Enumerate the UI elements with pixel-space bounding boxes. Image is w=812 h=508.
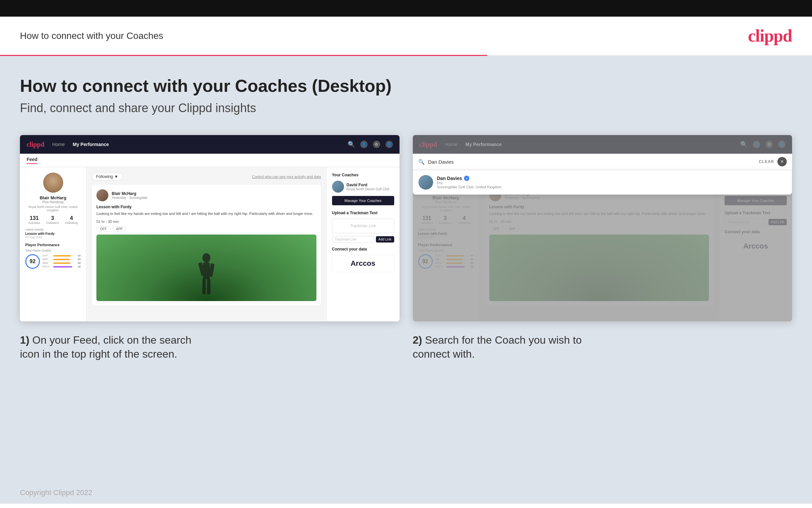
app-left-panel-1: Blair McHarg Plus Handicap Royal North D… [20, 167, 86, 321]
coaches-title-1: Your Coaches [332, 173, 394, 177]
page-subheading: Find, connect and share your Clippd insi… [20, 101, 792, 115]
post-name-1: Blair McHarg [112, 191, 148, 196]
app-navbar-icons-1: 🔍 👤 ⚙ 👤 [348, 141, 393, 148]
screenshot-2-col: clippd Home My Performance 🔍 👤 ⚙ 👤 Feed [413, 135, 793, 361]
app-mid-panel-1: Following ▼ Control who can see your act… [86, 167, 326, 321]
search-clear-btn[interactable]: CLEAR [759, 159, 774, 164]
control-link-1[interactable]: Control who can see your activity and da… [252, 175, 321, 179]
search-close-btn[interactable]: × [777, 157, 787, 166]
svg-rect-4 [202, 279, 206, 294]
app-right-panel-1: Your Coaches David Ford Royal North Devo… [326, 167, 399, 321]
following-row-1: Following ▼ Control who can see your act… [92, 173, 321, 181]
top-bar [0, 0, 812, 17]
trackman-field-1[interactable]: Trackman Link [332, 236, 374, 243]
step-1-label: 1) On your Feed, click on the searchicon… [20, 333, 399, 361]
app-nav-home-1[interactable]: Home [52, 142, 64, 147]
coach-avatar-1 [332, 181, 344, 193]
profile-icon-1[interactable]: 👤 [360, 141, 368, 148]
stat-activities-1: 131 Activities [28, 215, 40, 224]
user-avatar-1 [43, 173, 63, 193]
bar-arg-1: ARG 86 [43, 261, 81, 264]
screenshots-row: clippd Home My Performance 🔍 👤 ⚙ 👤 Feed [20, 135, 792, 361]
screenshot-2-frame: clippd Home My Performance 🔍 👤 ⚙ 👤 Feed [413, 135, 793, 322]
trackman-placeholder-1: Trackman Link [332, 219, 394, 233]
page-heading: How to connect with your Coaches (Deskto… [20, 76, 792, 96]
arccos-logo-1: Arccos [332, 255, 394, 272]
post-avatar-1 [96, 189, 108, 201]
following-button-1[interactable]: Following ▼ [92, 173, 123, 181]
post-meta-1: Yesterday · Sunningdale [112, 196, 148, 200]
manage-coaches-btn-1[interactable]: Manage Your Coaches [332, 196, 394, 205]
post-tags-1: OFF APP [96, 226, 317, 232]
connect-section-1: Arccos [332, 255, 394, 272]
search-result-avatar [419, 175, 433, 189]
search-bar-area: 🔍 Dan Davies CLEAR × Dan [413, 154, 793, 195]
post-text-1: Looking to feel like my hands are exitin… [96, 211, 317, 216]
username-1: Blair McHarg [25, 195, 81, 200]
verified-badge: ✓ [464, 176, 469, 181]
post-card-1: Blair McHarg Yesterday · Sunningdale Les… [92, 185, 321, 306]
feed-tab-1: Feed [20, 154, 399, 167]
club-1: Royal North Devon Golf Club, United King… [25, 205, 81, 212]
app-navbar-1: clippd Home My Performance 🔍 👤 ⚙ 👤 [20, 135, 399, 154]
main-content: How to connect with your Coaches (Deskto… [0, 56, 812, 482]
header: How to connect with your Coaches clippd [0, 17, 812, 55]
trackman-row-1: Trackman Link Add Link [332, 236, 394, 243]
app-nav-performance-1[interactable]: My Performance [73, 142, 109, 147]
quality-score-1: 92 [25, 254, 40, 269]
add-link-btn-1[interactable]: Add Link [376, 236, 394, 243]
post-header-1: Blair McHarg Yesterday · Sunningdale [96, 189, 317, 201]
quality-row-1: 92 OTT 90 APP 85 [25, 254, 81, 269]
search-result-item[interactable]: Dan Davies ✓ Pro Sunningdale Golf Club, … [413, 170, 792, 194]
bar-ott-1: OTT 90 [43, 254, 81, 257]
search-result-name: Dan Davies ✓ [437, 176, 501, 181]
user-avatar-icon-1[interactable]: 👤 [386, 141, 393, 148]
settings-icon-1[interactable]: ⚙ [373, 141, 380, 148]
page-title: How to connect with your Coaches [20, 31, 163, 41]
upload-section-1: Trackman Link Trackman Link Add Link [332, 219, 394, 243]
stats-bars-1: OTT 90 APP 85 ARG [43, 254, 81, 269]
stat-followers-1: 3 Followers [46, 215, 59, 224]
search-result-role: Pro [437, 181, 501, 185]
svg-point-0 [202, 253, 210, 262]
page-footer: Copyright Clippd 2022 [0, 482, 812, 504]
search-input[interactable]: Dan Davies [428, 159, 756, 165]
svg-rect-5 [207, 279, 210, 294]
coach-club-1: Royal North Devon Golf Club [347, 187, 389, 191]
feed-tab-label-1[interactable]: Feed [27, 157, 38, 164]
bar-putt-1: PUTT 96 [43, 265, 81, 268]
tag-app-1: APP [112, 226, 126, 232]
tag-off-1: OFF [96, 226, 110, 232]
app-navbar-logo-1: clippd [27, 141, 44, 149]
search-results-dropdown: Dan Davies ✓ Pro Sunningdale Golf Club, … [413, 170, 793, 195]
app-body-1: Blair McHarg Plus Handicap Royal North D… [20, 167, 399, 321]
search-result-club: Sunningdale Golf Club, United Kingdom [437, 185, 501, 189]
clippd-logo: clippd [748, 26, 792, 46]
post-image-1 [96, 235, 317, 301]
search-bar-container: 🔍 Dan Davies CLEAR × [413, 154, 793, 170]
screenshot-1-col: clippd Home My Performance 🔍 👤 ⚙ 👤 Feed [20, 135, 399, 361]
post-duration-1: 01 hr : 30 min [96, 220, 317, 223]
stat-following-1: 4 Following [65, 215, 78, 224]
handicap-1: Plus Handicap [25, 200, 81, 204]
connect-title-1: Connect your data [332, 247, 394, 252]
step-2-label: 2) Search for the Coach you wish toconne… [413, 333, 793, 361]
screenshot-1-frame: clippd Home My Performance 🔍 👤 ⚙ 👤 Feed [20, 135, 399, 322]
copyright-text: Copyright Clippd 2022 [20, 489, 92, 497]
user-stats-1: 131 Activities 3 Followers 4 Following [25, 215, 81, 224]
coach-card-1: David Ford Royal North Devon Golf Club [332, 181, 394, 193]
search-magnifier-icon: 🔍 [418, 159, 425, 165]
coach-name-1: David Ford [347, 183, 389, 187]
search-icon-1[interactable]: 🔍 [348, 141, 355, 148]
bar-app-1: APP 85 [43, 258, 81, 261]
upload-title-1: Upload a Trackman Test [332, 211, 394, 215]
